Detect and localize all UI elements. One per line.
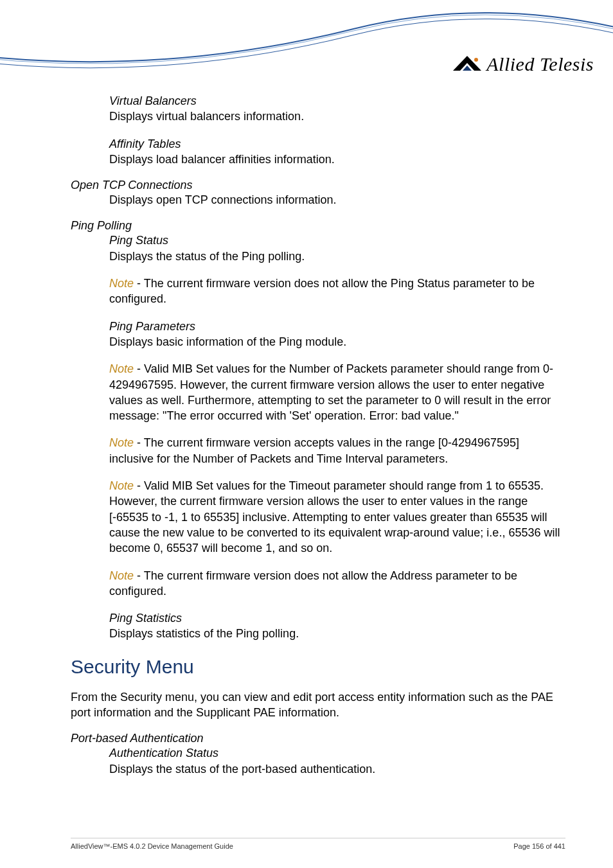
footer-right: Page 156 of 441: [513, 842, 565, 850]
port-auth-title: Port-based Authentication: [71, 732, 565, 745]
note-label: Note: [109, 479, 134, 492]
affinity-tables-title: Affinity Tables: [109, 136, 565, 152]
ping-note-4: Note - Valid MIB Set values for the Time…: [109, 478, 565, 556]
security-menu-heading: Security Menu: [71, 656, 565, 678]
ping-status-title: Ping Status: [109, 233, 565, 248]
brand-triangle-icon: [453, 56, 481, 73]
footer-left: AlliedView™-EMS 4.0.2 Device Management …: [71, 842, 233, 850]
affinity-tables-desc: Displays load balancer affinities inform…: [109, 152, 565, 167]
auth-status-desc: Displays the status of the port-based au…: [109, 761, 565, 777]
security-menu-intro: From the Security menu, you can view and…: [71, 689, 565, 721]
ping-polling-title: Ping Polling: [71, 219, 565, 233]
virtual-balancers-desc: Displays virtual balancers information.: [109, 109, 565, 124]
ping-note-5: Note - The current firmware version does…: [109, 568, 565, 599]
auth-status-block: Authentication Status Displays the statu…: [109, 745, 565, 777]
ping-status-block: Ping Status Displays the status of the P…: [109, 233, 565, 264]
svg-point-3: [474, 58, 478, 62]
note-label: Note: [109, 277, 134, 290]
ping-note-3: Note - The current firmware version acce…: [109, 435, 565, 466]
brand-name: Allied Telesis: [486, 53, 594, 75]
ping-status-desc: Displays the status of the Ping polling.: [109, 249, 565, 264]
virtual-balancers-title: Virtual Balancers: [109, 93, 565, 109]
note-label: Note: [109, 569, 134, 582]
note-5-text: - The current firmware version does not …: [109, 569, 517, 598]
page-content: Virtual Balancers Displays virtual balan…: [71, 93, 565, 777]
open-tcp-desc: Displays open TCP connections informatio…: [109, 192, 565, 208]
ping-note-2: Note - Valid MIB Set values for the Numb…: [109, 361, 565, 423]
note-2-text: - Valid MIB Set values for the Number of…: [109, 362, 553, 422]
brand-logo: Allied Telesis: [453, 53, 594, 75]
ping-statistics-block: Ping Statistics Displays statistics of t…: [109, 610, 565, 642]
ping-parameters-title: Ping Parameters: [109, 319, 565, 334]
ping-note-1: Note - The current firmware version does…: [109, 276, 565, 307]
affinity-tables-block: Affinity Tables Displays load balancer a…: [109, 136, 565, 168]
note-label: Note: [109, 436, 134, 449]
open-tcp-block: Displays open TCP connections informatio…: [109, 192, 565, 208]
ping-statistics-desc: Displays statistics of the Ping polling.: [109, 626, 565, 641]
note-1-text: - The current firmware version does not …: [109, 277, 535, 305]
note-3-text: - The current firmware version accepts v…: [109, 436, 519, 465]
header-swoosh: [0, 0, 613, 103]
ping-parameters-block: Ping Parameters Displays basic informati…: [109, 319, 565, 350]
note-4-text: - Valid MIB Set values for the Timeout p…: [109, 479, 560, 554]
virtual-balancers-block: Virtual Balancers Displays virtual balan…: [109, 93, 565, 125]
note-label: Note: [109, 362, 134, 375]
auth-status-title: Authentication Status: [109, 745, 565, 761]
ping-statistics-title: Ping Statistics: [109, 610, 565, 626]
ping-parameters-desc: Displays basic information of the Ping m…: [109, 334, 565, 350]
open-tcp-title: Open TCP Connections: [71, 179, 565, 192]
page-footer: AlliedView™-EMS 4.0.2 Device Management …: [71, 838, 565, 850]
